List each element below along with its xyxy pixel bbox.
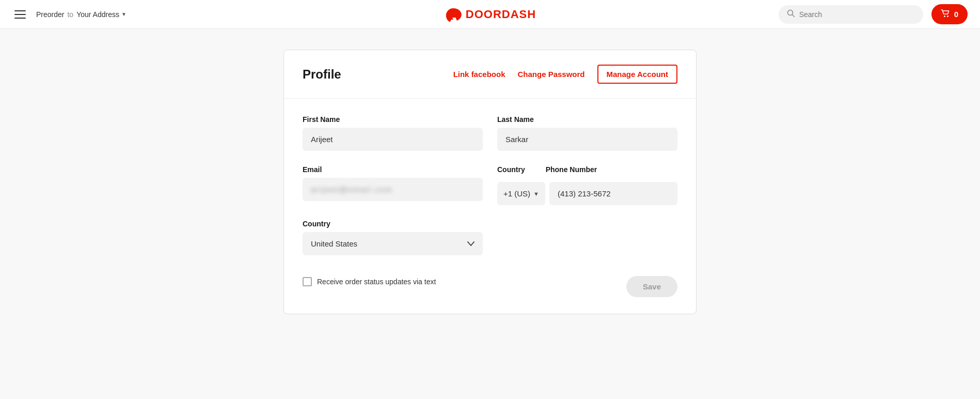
first-name-group: First Name	[303, 115, 483, 151]
profile-title: Profile	[303, 67, 437, 82]
country-chevron-icon	[467, 239, 475, 248]
phone-number-input[interactable]	[549, 182, 677, 205]
country-code-chevron-icon: ▼	[533, 191, 539, 197]
email-group: Email arijeet@email.com	[303, 165, 483, 205]
menu-icon-line2	[14, 14, 26, 15]
sms-updates-checkbox[interactable]	[303, 277, 312, 286]
country-label: Country	[303, 220, 483, 228]
country-value: United States	[311, 239, 357, 248]
header-right: 0	[779, 4, 968, 24]
main-content: Profile Link facebook Change Password Ma…	[0, 29, 980, 335]
manage-account-button[interactable]: Manage Account	[597, 65, 677, 84]
country-code-dropdown[interactable]: +1 (US) ▼	[497, 182, 545, 205]
country-group: Country United States	[303, 220, 483, 255]
name-row: First Name Last Name	[303, 115, 677, 151]
cart-count: 0	[954, 10, 958, 19]
preorder-label: Preorder	[36, 10, 64, 19]
search-input[interactable]	[799, 10, 915, 19]
email-input[interactable]: arijeet@email.com	[303, 178, 483, 201]
svg-point-3	[947, 16, 949, 17]
country-placeholder-group	[497, 220, 677, 255]
email-label: Email	[303, 165, 483, 174]
phone-label: Phone Number	[546, 165, 597, 174]
change-password-button[interactable]: Change Password	[517, 68, 584, 81]
form-footer: Save	[626, 276, 677, 297]
country-select-wrapper: United States	[303, 232, 483, 255]
cart-icon	[941, 9, 950, 19]
first-name-input[interactable]	[303, 128, 483, 151]
save-button[interactable]: Save	[626, 276, 677, 297]
address-text: Your Address	[76, 10, 119, 19]
last-name-label: Last Name	[497, 115, 677, 124]
profile-card: Profile Link facebook Change Password Ma…	[283, 50, 697, 314]
country-code-label: Country	[497, 165, 525, 174]
country-row: Country United States	[303, 220, 677, 255]
address-selector[interactable]: Your Address ▼	[76, 10, 127, 19]
svg-line-1	[792, 14, 794, 17]
menu-button[interactable]	[12, 8, 28, 21]
search-bar[interactable]	[779, 5, 923, 24]
header: Preorder to Your Address ▼ DOORDASH	[0, 0, 980, 29]
header-actions: Link facebook Change Password Manage Acc…	[453, 65, 677, 84]
last-name-input[interactable]	[497, 128, 677, 151]
svg-point-2	[944, 16, 945, 17]
country-code-value: +1 (US)	[503, 189, 530, 198]
first-name-label: First Name	[303, 115, 483, 124]
phone-group: Country Phone Number +1 (US) ▼	[497, 165, 677, 205]
doordash-logo-icon	[444, 7, 463, 22]
link-facebook-button[interactable]: Link facebook	[453, 68, 505, 81]
address-chevron-icon: ▼	[121, 11, 127, 17]
country-dropdown[interactable]: United States	[303, 232, 483, 255]
sms-updates-label: Receive order status updates via text	[317, 278, 436, 286]
preorder-section: Preorder to Your Address ▼	[36, 10, 127, 19]
preorder-to: to	[67, 10, 73, 19]
logo: DOORDASH	[444, 7, 536, 22]
last-name-group: Last Name	[497, 115, 677, 151]
doordash-wordmark: DOORDASH	[466, 8, 536, 21]
sms-updates-row: Receive order status updates via text	[303, 277, 436, 286]
cart-button[interactable]: 0	[931, 4, 968, 24]
menu-icon-line1	[14, 10, 26, 11]
search-icon	[787, 9, 795, 20]
card-body: First Name Last Name Email arijeet@email…	[284, 99, 696, 314]
card-header: Profile Link facebook Change Password Ma…	[284, 50, 696, 99]
menu-icon-line3	[14, 18, 26, 19]
phone-input-row: +1 (US) ▼	[497, 182, 677, 205]
email-phone-row: Email arijeet@email.com Country Phone Nu…	[303, 165, 677, 205]
